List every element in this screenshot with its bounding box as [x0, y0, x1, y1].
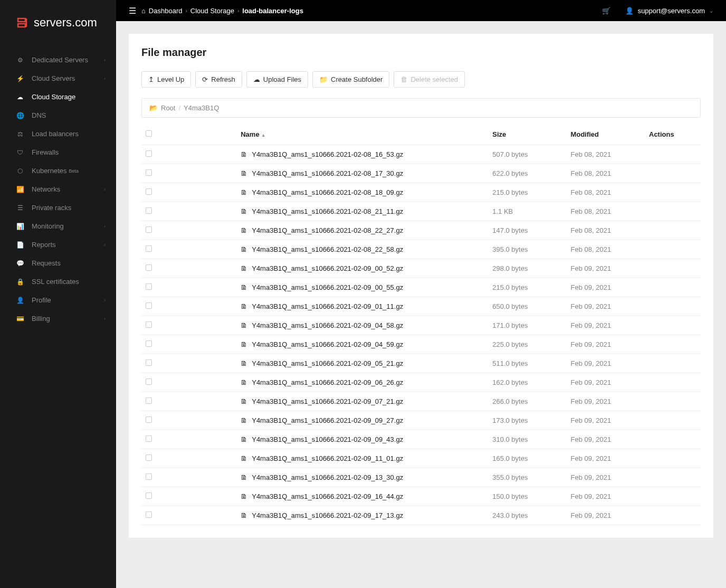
crumb-cloud-storage[interactable]: Cloud Storage: [190, 7, 234, 15]
row-checkbox[interactable]: [146, 150, 152, 157]
file-name-cell[interactable]: 🗎Y4ma3B1Q_ams1_s10666.2021-02-09_04_58.g…: [236, 316, 488, 335]
sidebar-item-ssl-certificates[interactable]: 🔒SSL certificates: [0, 272, 116, 291]
home-icon[interactable]: ⌂: [141, 7, 146, 15]
row-checkbox[interactable]: [146, 245, 152, 252]
path-bar: 📂 Root / Y4ma3B1Q: [141, 98, 701, 118]
refresh-button[interactable]: ⟳Refresh: [195, 71, 242, 88]
file-size: 165.0 bytes: [488, 449, 566, 468]
user-menu[interactable]: 👤 support@servers.com ⌄: [625, 7, 713, 15]
column-size[interactable]: Size: [488, 124, 566, 145]
row-checkbox[interactable]: [146, 226, 152, 233]
row-checkbox[interactable]: [146, 340, 152, 347]
sidebar-item-networks[interactable]: 📶Networks›: [0, 180, 116, 198]
sidebar-item-cloud-storage[interactable]: ☁Cloud Storage: [0, 88, 116, 106]
file-modified: Feb 09, 2021: [567, 449, 645, 468]
column-name[interactable]: Name▲: [236, 124, 488, 145]
row-checkbox[interactable]: [146, 302, 152, 309]
file-name-cell[interactable]: 🗎Y4ma3B1Q_ams1_s10666.2021-02-09_00_55.g…: [236, 278, 488, 297]
row-checkbox[interactable]: [146, 359, 152, 366]
sidebar: servers.com ⚙Dedicated Servers›⚡Cloud Se…: [0, 0, 116, 588]
row-checkbox[interactable]: [146, 435, 152, 442]
column-modified[interactable]: Modified: [567, 124, 645, 145]
sidebar-item-firewalls[interactable]: 🛡Firewalls: [0, 143, 116, 162]
sidebar-item-dedicated-servers[interactable]: ⚙Dedicated Servers›: [0, 51, 116, 69]
file-size: 225.0 bytes: [488, 335, 566, 354]
table-row: 🗎Y4ma3B1Q_ams1_s10666.2021-02-08_22_58.g…: [141, 240, 701, 259]
level-up-button[interactable]: ↥Level Up: [141, 71, 191, 88]
sidebar-item-kubernetes[interactable]: ⬡KubernetesBeta: [0, 162, 116, 180]
row-checkbox[interactable]: [146, 169, 152, 176]
sidebar-item-reports[interactable]: 📄Reports›: [0, 235, 116, 254]
file-actions: [645, 183, 701, 202]
crumb-dashboard[interactable]: Dashboard: [149, 7, 183, 15]
brand-icon: [16, 16, 28, 29]
file-name-cell[interactable]: 🗎Y4ma3B1Q_ams1_s10666.2021-02-09_06_26.g…: [236, 373, 488, 392]
file-name-cell[interactable]: 🗎Y4ma3B1Q_ams1_s10666.2021-02-09_11_01.g…: [236, 449, 488, 468]
file-actions: [645, 506, 701, 525]
row-checkbox[interactable]: [146, 397, 152, 404]
file-icon: 🗎: [241, 302, 247, 310]
row-checkbox[interactable]: [146, 416, 152, 423]
menu-icon[interactable]: ☰: [129, 6, 136, 16]
file-icon: 🗎: [241, 150, 247, 158]
file-name-cell[interactable]: 🗎Y4ma3B1Q_ams1_s10666.2021-02-09_00_52.g…: [236, 259, 488, 278]
file-size: 171.0 bytes: [488, 316, 566, 335]
file-size: 147.0 bytes: [488, 221, 566, 240]
sidebar-item-label: SSL certificates: [32, 278, 79, 286]
toolbar: ↥Level Up ⟳Refresh ☁Upload Files 📁Create…: [141, 71, 701, 88]
row-checkbox[interactable]: [146, 378, 152, 385]
row-checkbox[interactable]: [146, 207, 152, 214]
row-checkbox[interactable]: [146, 473, 152, 480]
sidebar-item-dns[interactable]: 🌐DNS: [0, 106, 116, 125]
file-name-cell[interactable]: 🗎Y4ma3B1Q_ams1_s10666.2021-02-08_17_30.g…: [236, 164, 488, 183]
folder-icon: 📁: [319, 75, 328, 83]
file-icon: 🗎: [241, 378, 247, 386]
file-actions: [645, 240, 701, 259]
file-modified: Feb 09, 2021: [567, 468, 645, 487]
file-name-cell[interactable]: 🗎Y4ma3B1Q_ams1_s10666.2021-02-08_16_53.g…: [236, 145, 488, 164]
row-checkbox[interactable]: [146, 188, 152, 195]
sidebar-item-billing[interactable]: 💳Billing›: [0, 309, 116, 328]
file-name-cell[interactable]: 🗎Y4ma3B1Q_ams1_s10666.2021-02-09_07_21.g…: [236, 392, 488, 411]
file-name-cell[interactable]: 🗎Y4ma3B1Q_ams1_s10666.2021-02-08_18_09.g…: [236, 183, 488, 202]
row-checkbox[interactable]: [146, 283, 152, 290]
sidebar-item-load-balancers[interactable]: ⚖Load balancers: [0, 125, 116, 143]
row-checkbox[interactable]: [146, 321, 152, 328]
file-name-cell[interactable]: 🗎Y4ma3B1Q_ams1_s10666.2021-02-08_22_58.g…: [236, 240, 488, 259]
file-icon: 🗎: [241, 492, 247, 500]
sidebar-item-requests[interactable]: 💬Requests: [0, 254, 116, 272]
cart-icon[interactable]: 🛒: [602, 7, 610, 15]
path-root[interactable]: Root: [161, 104, 175, 112]
row-checkbox[interactable]: [146, 492, 152, 499]
file-name-cell[interactable]: 🗎Y4ma3B1Q_ams1_s10666.2021-02-09_01_11.g…: [236, 297, 488, 316]
select-all-checkbox[interactable]: [146, 130, 152, 137]
file-name-cell[interactable]: 🗎Y4ma3B1Q_ams1_s10666.2021-02-09_09_27.g…: [236, 411, 488, 430]
sidebar-item-label: Firewalls: [32, 148, 59, 156]
file-name-cell[interactable]: 🗎Y4ma3B1Q_ams1_s10666.2021-02-09_13_30.g…: [236, 468, 488, 487]
file-name-cell[interactable]: 🗎Y4ma3B1Q_ams1_s10666.2021-02-09_09_43.g…: [236, 430, 488, 449]
file-modified: Feb 08, 2021: [567, 183, 645, 202]
file-name-cell[interactable]: 🗎Y4ma3B1Q_ams1_s10666.2021-02-08_22_27.g…: [236, 221, 488, 240]
sidebar-item-profile[interactable]: 👤Profile›: [0, 291, 116, 309]
upload-files-button[interactable]: ☁Upload Files: [246, 71, 308, 88]
row-checkbox[interactable]: [146, 511, 152, 518]
table-row: 🗎Y4ma3B1Q_ams1_s10666.2021-02-09_06_26.g…: [141, 373, 701, 392]
sidebar-item-label: Profile: [32, 296, 51, 304]
brand-logo[interactable]: servers.com: [0, 0, 116, 40]
file-size: 215.0 bytes: [488, 278, 566, 297]
file-name-cell[interactable]: 🗎Y4ma3B1Q_ams1_s10666.2021-02-09_04_59.g…: [236, 335, 488, 354]
file-modified: Feb 09, 2021: [567, 392, 645, 411]
refresh-icon: ⟳: [202, 75, 208, 83]
row-checkbox[interactable]: [146, 454, 152, 461]
file-name-cell[interactable]: 🗎Y4ma3B1Q_ams1_s10666.2021-02-09_16_44.g…: [236, 487, 488, 506]
create-subfolder-button[interactable]: 📁Create Subfolder: [312, 71, 389, 88]
sidebar-item-private-racks[interactable]: ☰Private racks: [0, 198, 116, 217]
row-checkbox[interactable]: [146, 264, 152, 271]
file-name-cell[interactable]: 🗎Y4ma3B1Q_ams1_s10666.2021-02-09_17_13.g…: [236, 506, 488, 525]
sidebar-item-cloud-servers[interactable]: ⚡Cloud Servers›: [0, 69, 116, 88]
file-name-cell[interactable]: 🗎Y4ma3B1Q_ams1_s10666.2021-02-08_21_11.g…: [236, 202, 488, 221]
file-icon: 🗎: [241, 340, 247, 348]
file-name-cell[interactable]: 🗎Y4ma3B1Q_ams1_s10666.2021-02-09_05_21.g…: [236, 354, 488, 373]
file-modified: Feb 08, 2021: [567, 240, 645, 259]
sidebar-item-monitoring[interactable]: 📊Monitoring›: [0, 217, 116, 235]
